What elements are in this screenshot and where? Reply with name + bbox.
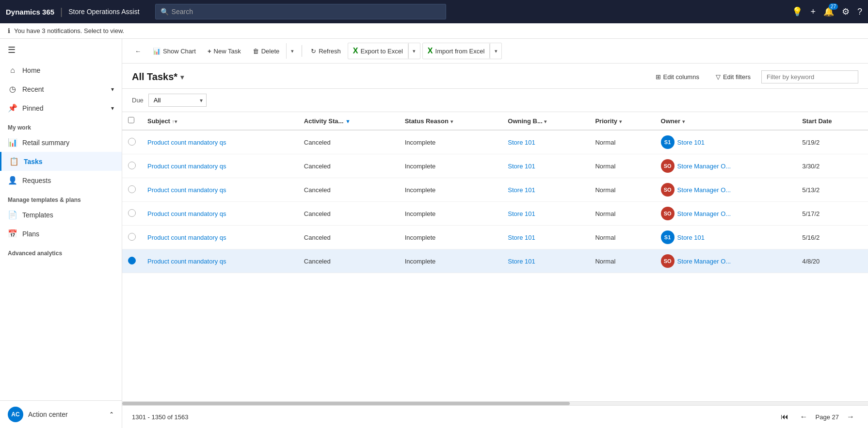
sidebar-item-pinned[interactable]: 📌 Pinned ▾ [0,99,122,117]
row-start-date-cell: 5/19/2 [796,130,868,154]
activity-status-value: Canceled [304,186,331,194]
export-dropdown-arrow[interactable]: ▾ [408,43,420,59]
search-box[interactable]: 🔍 [155,4,446,19]
task-link-5[interactable]: Product count mandatory qs [147,258,226,265]
task-link-0[interactable]: Product count mandatory qs [147,139,226,146]
owning-bu-link-4[interactable]: Store 101 [508,234,535,241]
owner-chevron-icon[interactable]: ▾ [682,119,685,124]
owning-bu-link-5[interactable]: Store 101 [508,258,535,265]
task-link-2[interactable]: Product count mandatory qs [147,186,226,194]
action-center-item[interactable]: AC Action center ⌃ [0,401,122,428]
row-owning-bu-cell: Store 101 [502,130,589,154]
owner-link-2[interactable]: Store Manager O... [677,186,731,194]
import-dropdown-arrow[interactable]: ▾ [490,43,501,59]
help-icon[interactable]: ? [857,7,862,17]
row-owner-cell: S1 Store 101 [655,130,797,154]
sidebar-item-tasks[interactable]: 📋 Tasks [0,152,122,171]
next-page-button[interactable]: → [843,411,858,423]
subject-sort-icon[interactable]: ↑▾ [172,119,177,124]
horizontal-scrollbar-thumb[interactable] [122,402,570,405]
start-date-value: 5/16/2 [802,234,820,241]
owner-link-0[interactable]: Store 101 [677,139,705,146]
row-checkbox-0[interactable] [128,138,136,146]
row-checkbox-2[interactable] [128,185,136,193]
priority-chevron-icon[interactable]: ▾ [619,119,622,124]
delete-dropdown-arrow[interactable]: ▾ [286,43,298,59]
nav-divider: | [60,6,63,17]
back-button[interactable]: ← [130,45,146,58]
row-checkbox-4[interactable] [128,233,136,241]
task-link-1[interactable]: Product count mandatory qs [147,163,226,170]
edit-filters-button[interactable]: ▽ Edit filters [710,70,756,83]
row-checkbox-5[interactable] [128,257,136,264]
page-title-chevron-icon[interactable]: ▾ [180,73,184,81]
keyword-filter-input[interactable] [761,70,858,83]
task-link-4[interactable]: Product count mandatory qs [147,234,226,241]
row-checkbox-1[interactable] [128,162,136,169]
requests-icon: 👤 [8,176,17,185]
task-link-3[interactable]: Product count mandatory qs [147,210,226,217]
import-button[interactable]: X Import from Excel [423,44,490,58]
top-nav: Dynamics 365 | Store Operations Assist 🔍… [0,0,868,23]
horizontal-scrollbar[interactable] [122,401,868,405]
sidebar-item-recent-label: Recent [22,85,44,93]
sidebar-item-home[interactable]: ⌂ Home [0,61,122,80]
sidebar-item-plans[interactable]: 📅 Plans [0,224,122,243]
sidebar-item-requests[interactable]: 👤 Requests [0,171,122,190]
owner-link-1[interactable]: Store Manager O... [677,163,731,170]
new-task-button[interactable]: + New Task [203,45,246,58]
owning-bu-chevron-icon[interactable]: ▾ [544,119,547,124]
select-all-checkbox[interactable] [128,117,134,123]
settings-icon[interactable]: ⚙ [842,6,850,17]
add-icon[interactable]: + [810,7,816,17]
pagination-bar: 1301 - 1350 of 1563 ⏮ ← Page 27 → [122,405,868,428]
col-owning-bu: Owning B... ▾ [502,112,589,130]
priority-value: Normal [595,186,615,194]
status-reason-value: Incomplete [405,210,436,217]
col-start-date: Start Date [796,112,868,130]
export-label: Export to Excel [360,48,402,55]
advanced-analytics-label: Advanced analytics [0,243,122,259]
delete-button[interactable]: 🗑 Delete [248,45,285,58]
show-chart-label: Show Chart [163,48,196,55]
app-name-label: Store Operations Assist [68,8,139,16]
activity-status-value: Canceled [304,258,331,265]
refresh-button[interactable]: ↻ Refresh [306,45,346,58]
lightbulb-icon[interactable]: 💡 [792,6,803,17]
status-reason-value: Incomplete [405,258,436,265]
owning-bu-link-2[interactable]: Store 101 [508,186,535,194]
prev-page-button[interactable]: ← [796,411,812,423]
due-filter-select[interactable]: All Today This week This month Overdue [148,94,207,107]
priority-value: Normal [595,234,615,241]
owner-link-5[interactable]: Store Manager O... [677,258,731,265]
activity-status-filter-icon[interactable]: ▼ [345,118,351,124]
templates-icon: 📄 [8,210,17,219]
row-checkbox-3[interactable] [128,209,136,217]
row-checkbox-cell [122,249,142,273]
export-group: X Export to Excel ▾ [348,43,420,59]
notification-bar[interactable]: ℹ You have 3 notifications. Select to vi… [0,23,868,39]
owning-bu-link-0[interactable]: Store 101 [508,139,535,146]
show-chart-button[interactable]: 📊 Show Chart [148,45,201,58]
edit-columns-button[interactable]: ⊞ Edit columns [650,70,705,83]
first-page-button[interactable]: ⏮ [777,411,792,423]
row-activity-status-cell: Canceled [298,226,399,249]
hamburger-button[interactable]: ☰ [0,39,122,61]
owner-cell-0: S1 Store 101 [661,135,791,149]
sidebar-item-templates[interactable]: 📄 Templates [0,205,122,224]
owner-link-4[interactable]: Store 101 [677,234,705,241]
status-reason-chevron-icon[interactable]: ▾ [450,119,453,124]
owning-bu-link-1[interactable]: Store 101 [508,163,535,170]
due-filter-wrapper: All Today This week This month Overdue [148,94,207,107]
sidebar-item-retail-summary[interactable]: 📊 Retail summary [0,133,122,152]
owner-link-3[interactable]: Store Manager O... [677,210,731,217]
sidebar-item-recent[interactable]: ◷ Recent ▾ [0,80,122,99]
row-status-reason-cell: Incomplete [399,154,502,178]
export-button[interactable]: X Export to Excel [348,44,408,58]
start-date-value: 5/19/2 [802,139,820,146]
notification-bell-icon[interactable]: 🔔 27 [823,6,834,17]
search-input[interactable] [172,8,441,16]
page-number-label: Page 27 [816,413,839,421]
plans-icon: 📅 [8,229,17,238]
owning-bu-link-3[interactable]: Store 101 [508,210,535,217]
